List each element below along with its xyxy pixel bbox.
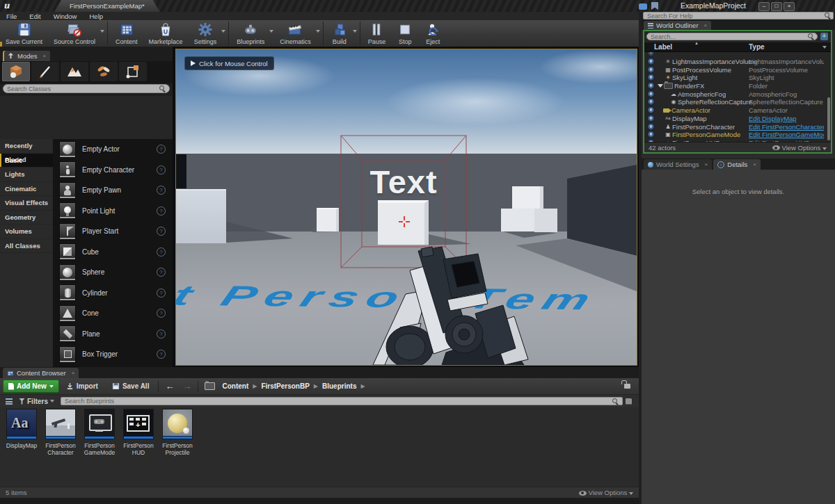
edit-blueprint-link[interactable]: Edit DisplayMap: [749, 115, 824, 122]
table-row[interactable]: AaDisplayMapEdit DisplayMap: [644, 115, 831, 123]
stop-button[interactable]: Stop: [391, 20, 419, 47]
cinematics-button[interactable]: Cinematics: [274, 20, 321, 47]
list-item[interactable]: Point Light?: [53, 201, 173, 222]
feedback-bubble-icon[interactable]: [639, 2, 664, 11]
list-item[interactable]: Cube?: [53, 242, 173, 263]
eject-button[interactable]: Eject: [419, 20, 447, 47]
category-all-classes[interactable]: All Classes: [0, 239, 53, 254]
visibility-eye-icon[interactable]: [647, 123, 655, 131]
view-options-button[interactable]: View Options: [772, 144, 827, 152]
level-tab[interactable]: FirstPersonExampleMap*: [54, 0, 160, 12]
mouse-control-button[interactable]: Click for Mouse Control: [184, 56, 274, 70]
pause-button[interactable]: Pause: [363, 20, 392, 47]
marketplace-button[interactable]: Marketplace: [143, 20, 189, 47]
visibility-eye-icon[interactable]: [647, 52, 655, 57]
help-search-input[interactable]: [643, 12, 834, 19]
blueprints-button[interactable]: Blueprints: [231, 20, 274, 47]
visibility-eye-icon[interactable]: [647, 106, 655, 114]
column-label[interactable]: Label: [654, 43, 672, 51]
category-cinematic[interactable]: Cinematic: [0, 182, 53, 197]
list-item[interactable]: Cone?: [53, 303, 173, 324]
asset-firstperson-hud[interactable]: + FirstPerson HUD: [121, 409, 156, 487]
category-recently-placed[interactable]: Recently Placed: [0, 139, 53, 154]
tab-world-settings[interactable]: World Settings×: [644, 159, 712, 170]
close-button[interactable]: ×: [784, 2, 795, 11]
column-type[interactable]: Type: [749, 43, 765, 51]
scrollbar[interactable]: [827, 97, 830, 140]
tab-details[interactable]: i Details×: [713, 159, 761, 170]
content-button[interactable]: Content: [110, 20, 143, 47]
menu-window[interactable]: Window: [47, 13, 84, 20]
help-icon[interactable]: ?: [157, 350, 166, 359]
level-viewport[interactable]: t Person Tem Text: [173, 47, 642, 367]
visibility-eye-icon[interactable]: [647, 131, 655, 138]
table-row[interactable]: ▦PostProcessVolumePostProcessVolume: [644, 65, 831, 74]
visibility-eye-icon[interactable]: [647, 98, 655, 106]
breadcrumb-firstpersonbp[interactable]: FirstPersonBP: [258, 382, 312, 390]
help-icon[interactable]: ?: [157, 330, 166, 339]
mode-paint-button[interactable]: [31, 62, 59, 81]
menu-file[interactable]: File: [0, 13, 23, 20]
add-filter-icon[interactable]: [820, 33, 828, 40]
asset-firstperson-character[interactable]: FirstPerson Character: [43, 409, 78, 487]
mode-place-button[interactable]: [2, 62, 30, 81]
view-options-button[interactable]: View Options: [579, 489, 633, 496]
close-icon[interactable]: ×: [72, 370, 75, 376]
save-current-button[interactable]: Save Current: [0, 20, 48, 47]
table-row[interactable]: ☀SkyLightSkyLight: [644, 74, 831, 82]
help-icon[interactable]: ?: [157, 268, 166, 277]
list-item[interactable]: Empty Pawn?: [53, 180, 173, 201]
breadcrumb-content[interactable]: Content: [219, 382, 251, 390]
search-assets-input[interactable]: [61, 397, 623, 405]
save-search-icon[interactable]: [626, 398, 632, 405]
restore-button[interactable]: □: [771, 2, 782, 11]
table-row[interactable]: ♟FirstPersonCharacterEdit FirstPersonCha…: [644, 122, 831, 131]
list-item[interactable]: Sphere?: [53, 262, 173, 283]
tab-content-browser[interactable]: Content Browser×: [3, 368, 79, 378]
asset-firstperson-projectile[interactable]: FirstPerson Projectile: [160, 409, 195, 487]
close-icon[interactable]: ×: [704, 22, 708, 29]
game-view[interactable]: t Person Tem Text: [175, 49, 637, 366]
visibility-eye-icon[interactable]: [647, 115, 655, 122]
asset-displaymap[interactable]: Aa DisplayMap: [4, 409, 39, 487]
table-row[interactable]: ◉SphereReflectionCaptureSphereReflection…: [644, 98, 831, 106]
visibility-eye-icon[interactable]: [647, 66, 655, 74]
visibility-eye-icon[interactable]: [647, 90, 655, 98]
filters-button[interactable]: Filters: [15, 398, 58, 405]
table-row[interactable]: RenderFXFolder: [644, 82, 831, 90]
edit-blueprint-link[interactable]: Edit FirstPersonCharacter: [749, 123, 824, 131]
help-icon[interactable]: ?: [157, 165, 166, 174]
mode-geometry-button[interactable]: [119, 62, 147, 81]
table-row[interactable]: [644, 52, 831, 58]
mode-foliage-button[interactable]: [90, 62, 118, 81]
expand-arrow-icon[interactable]: [658, 84, 663, 88]
list-item[interactable]: Box Trigger?: [53, 344, 173, 365]
minimize-button[interactable]: –: [758, 2, 770, 11]
table-row[interactable]: ▣FirstPersonGameModeEdit FirstPersonGame…: [644, 131, 831, 139]
menu-edit[interactable]: Edit: [23, 13, 47, 20]
import-button[interactable]: Import: [59, 382, 105, 390]
category-visual-effects[interactable]: Visual Effects: [0, 196, 53, 211]
help-icon[interactable]: ?: [157, 145, 166, 154]
list-item[interactable]: Plane?: [53, 324, 173, 345]
add-new-button[interactable]: Add New: [3, 380, 59, 393]
back-button[interactable]: ←: [161, 381, 178, 391]
menu-help[interactable]: Help: [83, 13, 109, 20]
close-icon[interactable]: ×: [705, 161, 708, 168]
table-row[interactable]: ☁AtmosphericFogAtmosphericFog: [644, 90, 831, 98]
tutorial-flag-icon[interactable]: [651, 2, 658, 10]
edit-blueprint-link[interactable]: Edit FirstPersonGameMode: [749, 131, 824, 138]
breadcrumb-blueprints[interactable]: Blueprints: [319, 382, 359, 390]
lock-icon[interactable]: [624, 382, 630, 390]
asset-firstperson-gamemode[interactable]: FirstPerson GameMode: [82, 409, 117, 487]
source-control-button[interactable]: Source Control: [48, 20, 105, 47]
visibility-eye-icon[interactable]: [647, 74, 655, 81]
visibility-eye-icon[interactable]: [647, 58, 655, 65]
help-icon[interactable]: ?: [157, 247, 166, 257]
build-button[interactable]: Build: [326, 20, 358, 47]
help-icon[interactable]: ?: [157, 227, 166, 236]
visibility-eye-icon[interactable]: [647, 82, 655, 90]
list-item[interactable]: Empty Character?: [53, 160, 173, 181]
list-item[interactable]: Empty Actor?: [53, 139, 173, 160]
category-basic[interactable]: Basic: [0, 154, 53, 168]
